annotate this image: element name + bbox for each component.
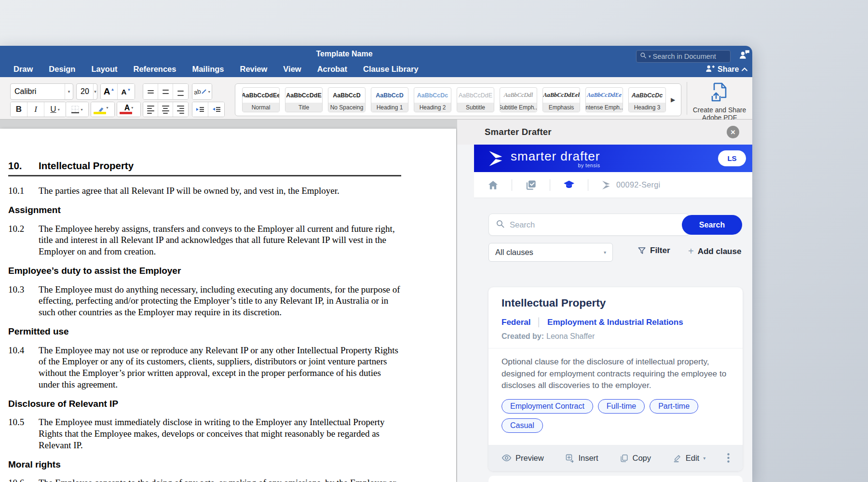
align-right-button[interactable] — [173, 102, 188, 117]
tab-draw[interactable]: Draw — [14, 65, 33, 74]
chevron-down-icon[interactable]: ▾ — [649, 54, 651, 59]
tasks-icon[interactable] — [526, 180, 536, 190]
tab-mailings[interactable]: Mailings — [192, 65, 224, 74]
borders-button[interactable]: ▾ — [66, 102, 88, 117]
style-heading-3[interactable]: AaBbCcDc Heading 3 — [628, 87, 666, 112]
category-link[interactable]: Employment & Industrial Relations — [547, 318, 683, 327]
tab-design[interactable]: Design — [49, 65, 75, 74]
style-title[interactable]: AaBbCcDdE Title — [285, 87, 323, 112]
jurisdiction-link[interactable]: Federal — [502, 318, 530, 327]
text-effects-button[interactable]: ab ▾ — [192, 84, 212, 99]
eye-icon — [502, 454, 512, 462]
created-by: Created by:Leona Shaffer — [502, 332, 595, 341]
clause-card-meta: Federal │ Employment & Industrial Relati… — [502, 318, 683, 327]
matter-reference[interactable]: 00092-Sergi — [602, 181, 661, 189]
highlight-button[interactable]: ▾ — [91, 102, 114, 117]
tag-part-time[interactable]: Part-time — [650, 399, 698, 414]
tab-clause-library[interactable]: Clause Library — [363, 65, 419, 74]
spacing-medium-button[interactable] — [158, 84, 173, 99]
next-clause-card[interactable] — [488, 476, 743, 482]
shrink-font-button[interactable]: A ▼ — [118, 84, 135, 99]
search-button[interactable]: Search — [682, 215, 742, 235]
chevron-down-icon[interactable]: ▾ — [106, 106, 108, 110]
chevron-down-icon[interactable]: ▾ — [65, 84, 73, 99]
tag-employment-contract[interactable]: Employment Contract — [502, 399, 593, 414]
clause-card-actions: Preview Insert Copy — [488, 445, 743, 471]
tab-view[interactable]: View — [283, 65, 301, 74]
indent-left-icon — [196, 106, 204, 113]
collaborators-icon[interactable] — [738, 49, 750, 63]
search-in-document[interactable]: ▾ — [636, 50, 731, 63]
add-clause-button[interactable]: + Add clause — [688, 246, 741, 257]
filter-button[interactable]: Filter — [637, 246, 670, 255]
align-left-button[interactable] — [143, 102, 158, 117]
clause-type-value: All clauses — [495, 248, 533, 257]
smarter-drafter-panel: Smarter Drafter ✕ smarter drafter by ten… — [457, 120, 752, 482]
align-center-button[interactable] — [158, 102, 173, 117]
increase-indent-button[interactable] — [208, 102, 224, 117]
style-no-spacing[interactable]: AaBbCcD No Spaceing — [328, 87, 366, 112]
clause-10-6: 10.6 The Employee consents to the doing … — [8, 477, 401, 482]
tag-casual[interactable]: Casual — [502, 418, 543, 433]
spacing-tight-button[interactable] — [143, 84, 158, 99]
clause-library-icon[interactable] — [564, 180, 574, 190]
app-window: Template Name Draw Design Layout Referen… — [0, 46, 752, 482]
tab-review[interactable]: Review — [240, 65, 267, 74]
funnel-icon — [637, 246, 646, 255]
user-avatar[interactable]: LS — [718, 150, 746, 166]
insert-button[interactable]: Insert — [565, 454, 598, 463]
alignment-group — [143, 102, 189, 117]
bold-button[interactable]: B — [11, 102, 27, 117]
clause-type-dropdown[interactable]: All clauses ▾ — [488, 243, 613, 262]
font-size-combo[interactable]: 20 ▾ — [76, 83, 97, 100]
copy-label: Copy — [632, 454, 651, 463]
title-bar: Template Name Draw Design Layout Referen… — [0, 46, 752, 77]
more-options-button[interactable] — [727, 453, 730, 463]
adobe-label-line1: Create and Share — [690, 106, 749, 114]
plus-icon: + — [688, 246, 694, 257]
chevron-down-icon[interactable]: ▾ — [81, 107, 82, 112]
create-share-pdf-button[interactable]: Create and Share Adobe PDF — [690, 82, 749, 121]
search-in-document-input[interactable] — [653, 53, 725, 60]
underline-button[interactable]: U ▾ — [44, 102, 66, 117]
chevron-down-icon[interactable]: ▾ — [58, 107, 60, 112]
share-button[interactable]: Share — [705, 65, 747, 74]
style-emphasis[interactable]: AaBbCcDdEel Emphasis — [542, 87, 580, 112]
panel-header: Smarter Drafter ✕ — [457, 120, 752, 145]
tab-layout[interactable]: Layout — [91, 65, 117, 74]
tab-acrobat[interactable]: Acrobat — [317, 65, 347, 74]
style-subtitle[interactable]: AaBbCcDdE Subtitle — [457, 87, 494, 112]
add-clause-label: Add clause — [698, 247, 742, 256]
clause-card[interactable]: Intellectual Property Federal │ Employme… — [488, 287, 743, 471]
chevron-down-icon[interactable]: ▾ — [131, 106, 133, 110]
style-subtitle-emphasis[interactable]: AaBbCcDdl Subtitle Emph... — [500, 87, 537, 112]
more-styles-button[interactable]: ▶ — [671, 96, 675, 103]
spacing-loose-button[interactable] — [173, 84, 188, 99]
preview-button[interactable]: Preview — [502, 454, 544, 463]
style-normal[interactable]: AaBbCcDdEe Normal — [242, 87, 280, 112]
subheading-permitted-use: Permitted use — [8, 326, 401, 337]
font-name-value: Calibri — [11, 87, 65, 96]
italic-button[interactable]: I — [27, 102, 44, 117]
kebab-icon — [727, 453, 730, 463]
chevron-down-icon[interactable]: ▾ — [208, 90, 210, 94]
document-page[interactable]: 10. Intellectual Property 10.1 The parti… — [0, 129, 456, 482]
copy-button[interactable]: Copy — [620, 454, 651, 463]
clause-search-input[interactable] — [510, 220, 654, 229]
tab-references[interactable]: References — [133, 65, 176, 74]
font-name-combo[interactable]: Calibri ▾ — [10, 83, 73, 100]
style-heading-1[interactable]: AaBbCcD Heading 1 — [371, 87, 408, 112]
decrease-indent-button[interactable] — [192, 102, 208, 117]
font-style-group: B I U ▾ — [10, 102, 66, 117]
grow-font-button[interactable]: A ▲ — [101, 84, 118, 99]
chevron-down-icon[interactable]: ▾ — [93, 84, 97, 99]
clause-search-box[interactable] — [488, 214, 690, 236]
style-heading-2[interactable]: AaBbCcDc Heading 2 — [414, 87, 451, 112]
home-icon[interactable] — [488, 180, 498, 190]
tag-full-time[interactable]: Full-time — [598, 399, 645, 414]
close-icon[interactable]: ✕ — [727, 126, 739, 138]
font-color-button[interactable]: A ▾ — [117, 102, 140, 117]
style-intense-emphasis[interactable]: AaBbCcDdEe Intense Emph... — [585, 87, 623, 112]
edit-button[interactable]: Edit ▾ — [673, 454, 705, 463]
created-by-label: Created by: — [502, 332, 544, 340]
